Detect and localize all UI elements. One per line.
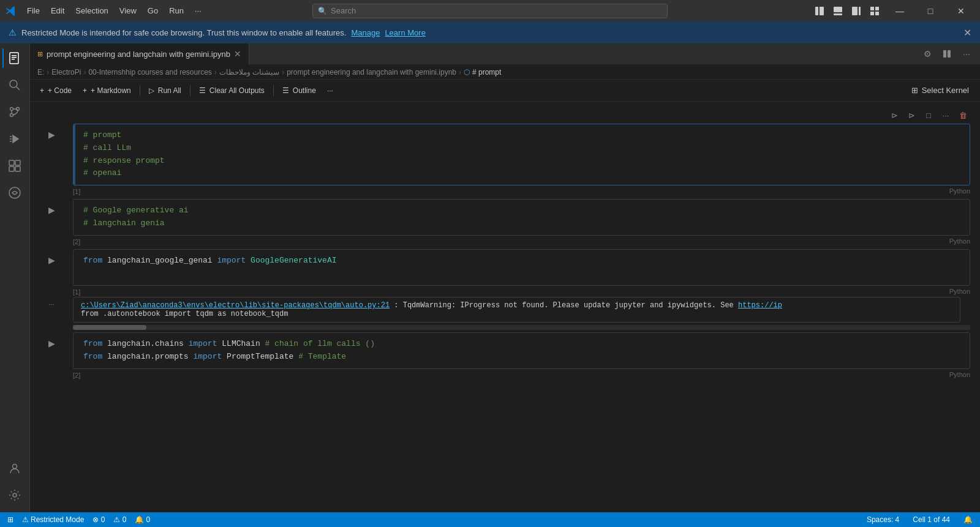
layout-panel-icon[interactable] [829, 2, 846, 20]
menu-edit[interactable]: Edit [46, 5, 69, 17]
activity-item-run-debug[interactable] [2, 127, 27, 151]
add-markdown-label: + Markdown [91, 86, 131, 95]
tab-close-button[interactable]: ✕ [234, 49, 241, 59]
cell-4-content[interactable]: from langchain.chains import LLMChain # … [73, 332, 970, 369]
cell-2-footer: [2] Python [30, 236, 980, 247]
breadcrumb-courses[interactable]: 00-Internshhip courses and resources [88, 68, 211, 77]
toolbar-separator-3 [273, 85, 274, 96]
activity-item-extensions[interactable] [2, 154, 27, 178]
split-editor-icon[interactable] [938, 45, 956, 62]
cell-1-code: # prompt # call LLm # response prompt # … [74, 124, 970, 185]
cell-3-content[interactable]: from langchain_google_genai import Googl… [73, 249, 970, 286]
menu-view[interactable]: View [115, 5, 141, 17]
breadcrumb-drive[interactable]: E: [37, 68, 44, 77]
breadcrumb-sessions[interactable]: سيشنات وملاحظات [219, 68, 279, 77]
outline-label: Outline [293, 86, 316, 95]
cell-3-lang: Python [949, 288, 970, 295]
cell-2-border [74, 200, 75, 235]
cell-more-button[interactable]: ··· [938, 108, 953, 122]
run-above-button[interactable]: ⊳ [887, 108, 902, 122]
more-options-button[interactable]: ··· [322, 84, 338, 97]
banner-text: Restricted Mode is intended for safe cod… [21, 28, 346, 37]
cell-4-run-button[interactable]: ▶ [44, 336, 59, 351]
layout-grid-icon[interactable] [866, 2, 883, 20]
maximize-button[interactable]: □ [916, 0, 944, 21]
banner-close-button[interactable]: ✕ [963, 27, 971, 39]
spaces-status[interactable]: Spaces: 4 [864, 512, 902, 527]
toggle-output-button[interactable]: □ [921, 108, 936, 122]
status-bar-left: ⊞ ⚠ Restricted Mode ⊗ 0 ⚠ 0 🔔 0 [5, 512, 153, 527]
minimize-button[interactable]: — [886, 0, 914, 21]
activity-item-source-control[interactable] [2, 100, 27, 124]
cell-4-gutter: ▶ [30, 332, 73, 351]
errors-label: ⊗ 0 [92, 515, 105, 524]
cell-3-run-button[interactable]: ▶ [44, 253, 59, 267]
cell-info-status[interactable]: Cell 1 of 44 [910, 512, 952, 527]
menu-more[interactable]: ··· [190, 5, 206, 17]
clear-all-button[interactable]: ☰ Clear All Outputs [194, 84, 270, 97]
activity-item-explorer[interactable] [2, 46, 27, 70]
add-code-button[interactable]: + + Code [35, 84, 77, 97]
svg-point-14 [10, 80, 17, 88]
run-below-button[interactable]: ⊳ [904, 108, 919, 122]
output-link-2[interactable]: https://ip [738, 301, 782, 310]
warnings-label: ⚠ 0 [113, 515, 126, 524]
run-all-button[interactable]: ▷ Run All [144, 84, 186, 97]
output-toggle-button[interactable]: ··· [48, 301, 54, 308]
outline-button[interactable]: ☰ Outline [277, 84, 321, 97]
markdown-icon: + [83, 86, 87, 95]
menu-run[interactable]: Run [164, 5, 189, 17]
select-kernel-button[interactable]: ⊞ Select Kernel [905, 84, 975, 97]
breadcrumb-electropi[interactable]: ElectroPi [51, 68, 81, 77]
restricted-mode-status[interactable]: ⚠ Restricted Mode [20, 512, 86, 527]
search-bar[interactable]: 🔍 Search [312, 4, 668, 18]
output-link-1[interactable]: c:\Users\Ziad\anaconda3\envs\electro\lib… [81, 301, 390, 310]
cell-4: ▶ from langchain.chains import LLMChain … [30, 332, 980, 380]
menu-selection[interactable]: Selection [70, 5, 113, 17]
more-actions-icon[interactable]: ··· [958, 45, 975, 62]
svg-rect-10 [10, 53, 18, 64]
close-button[interactable]: ✕ [947, 0, 975, 21]
learn-more-link[interactable]: Learn More [385, 28, 425, 37]
cell-1-run-button[interactable]: ▶ [44, 127, 59, 142]
activity-item-search[interactable] [2, 73, 27, 97]
cell-4-body: ▶ from langchain.chains import LLMChain … [30, 332, 980, 369]
notifications-status[interactable]: 🔔 0 [132, 512, 153, 527]
delete-cell-button[interactable]: 🗑 [956, 108, 970, 122]
menu-file[interactable]: File [22, 5, 45, 17]
output-scrollbar[interactable] [73, 325, 970, 330]
toolbar-separator-1 [140, 85, 140, 96]
svg-rect-6 [870, 7, 874, 10]
cell-4-footer: [2] Python [30, 369, 980, 380]
activity-item-settings[interactable] [2, 483, 27, 507]
restricted-mode-icon: ⚠ [22, 515, 29, 524]
warnings-status[interactable]: ⚠ 0 [111, 512, 129, 527]
titlebar-controls: — □ ✕ [811, 0, 975, 21]
settings-icon[interactable]: ⚙ [919, 45, 936, 62]
svg-line-15 [17, 87, 20, 91]
svg-rect-3 [834, 13, 842, 15]
manage-link[interactable]: Manage [351, 28, 380, 37]
cell-2-run-button[interactable]: ▶ [44, 203, 59, 217]
cell-2-body: ▶ # Google generative ai # langchain gen… [30, 199, 980, 236]
breadcrumb-file[interactable]: prompt engineering and langchain with ge… [287, 68, 456, 77]
remote-icon[interactable]: ⊞ [5, 512, 16, 527]
errors-status[interactable]: ⊗ 0 [90, 512, 107, 527]
svg-point-16 [10, 108, 13, 111]
svg-rect-12 [12, 57, 17, 58]
menu-go[interactable]: Go [143, 5, 163, 17]
svg-rect-8 [870, 12, 874, 15]
cell-1-content[interactable]: # prompt # call LLm # response prompt # … [73, 124, 970, 185]
layout-right-icon[interactable] [848, 2, 865, 20]
bell-status[interactable]: 🔔 [961, 512, 975, 527]
cell-2-content[interactable]: # Google generative ai # langchain genia [73, 199, 970, 236]
activity-item-jupyter[interactable] [2, 181, 27, 205]
add-markdown-button[interactable]: + + Markdown [78, 84, 136, 97]
activity-item-accounts[interactable] [2, 456, 27, 480]
notebook-tab[interactable]: ⊞ prompt engineering and langchain with … [30, 43, 249, 65]
cell-2: ▶ # Google generative ai # langchain gen… [30, 199, 980, 247]
cell-1-number: [1] [73, 188, 80, 195]
layout-sidebar-icon[interactable] [811, 2, 828, 20]
svg-rect-1 [820, 7, 824, 15]
clear-all-label: Clear All Outputs [209, 86, 265, 95]
